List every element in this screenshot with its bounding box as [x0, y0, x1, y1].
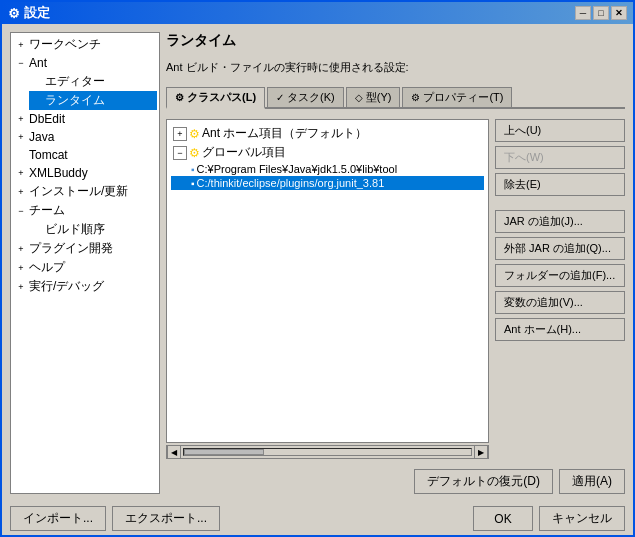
remove-button[interactable]: 除去(E)	[495, 173, 625, 196]
scroll-right-button[interactable]: ▶	[474, 445, 488, 459]
title-bar-left: ⚙ 設定	[8, 4, 50, 22]
expander-xmlbuddy: +	[13, 165, 29, 181]
tab-classpath[interactable]: ⚙ クラスパス(L)	[166, 87, 265, 109]
tree-label-junit: C:/thinkit/eclipse/plugins/org.junit_3.8…	[197, 177, 385, 189]
sidebar-label-install: インストール/更新	[29, 183, 128, 200]
down-button[interactable]: 下へ(W)	[495, 146, 625, 169]
sidebar-label-java: Java	[29, 130, 54, 144]
expander-ant: −	[13, 55, 29, 71]
property-tab-icon: ⚙	[411, 92, 420, 103]
footer-right: OK キャンセル	[473, 506, 625, 531]
panel-title: ランタイム	[166, 32, 625, 50]
sidebar-label-xmlbuddy: XMLBuddy	[29, 166, 88, 180]
apply-button[interactable]: 適用(A)	[559, 469, 625, 494]
footer-left: インポート... エクスポート...	[10, 506, 220, 531]
sidebar-item-build-order[interactable]: ビルド順序	[29, 220, 157, 239]
expander-java: +	[13, 129, 29, 145]
expander-ant-home-icon[interactable]: +	[173, 127, 187, 141]
sidebar-label-runtime: ランタイム	[45, 92, 105, 109]
jar-icon-jdk: ▪	[191, 164, 195, 175]
import-button[interactable]: インポート...	[10, 506, 106, 531]
expander-editor	[29, 74, 45, 90]
type-tab-icon: ◇	[355, 92, 363, 103]
expander-build-order	[29, 222, 45, 238]
folder-icon-global: ⚙	[189, 146, 200, 160]
expander-install: +	[13, 184, 29, 200]
add-folder-button[interactable]: フォルダーの追加(F)...	[495, 264, 625, 287]
sidebar-item-workbench[interactable]: + ワークベンチ	[13, 35, 157, 54]
tab-task[interactable]: ✓ タスク(K)	[267, 87, 344, 107]
main-content: + ワークベンチ − Ant エディター ランタイム + DbEdit	[2, 24, 633, 502]
sidebar-item-help[interactable]: + ヘルプ	[13, 258, 157, 277]
sidebar-label-dbedit: DbEdit	[29, 112, 65, 126]
expander-tomcat	[13, 147, 29, 163]
sidebar-item-ant[interactable]: − Ant	[13, 54, 157, 72]
expander-plugin: +	[13, 241, 29, 257]
sidebar-item-plugin[interactable]: + プラグイン開発	[13, 239, 157, 258]
classpath-tree[interactable]: + ⚙ Ant ホーム項目（デフォルト） − ⚙ グローバル項目 ▪	[166, 119, 489, 443]
sidebar-item-install[interactable]: + インストール/更新	[13, 182, 157, 201]
tab-task-label: タスク(K)	[287, 90, 335, 105]
sidebar-label-workbench: ワークベンチ	[29, 36, 101, 53]
sidebar-item-xmlbuddy[interactable]: + XMLBuddy	[13, 164, 157, 182]
add-ext-jar-button[interactable]: 外部 JAR の追加(Q)...	[495, 237, 625, 260]
expander-help: +	[13, 260, 29, 276]
tree-label-global: グローバル項目	[202, 144, 286, 161]
content-area: + ⚙ Ant ホーム項目（デフォルト） − ⚙ グローバル項目 ▪	[166, 119, 625, 459]
sidebar-item-java[interactable]: + Java	[13, 128, 157, 146]
tab-property-label: プロパティー(T)	[423, 90, 503, 105]
expander-workbench: +	[13, 37, 29, 53]
sidebar-label-editor: エディター	[45, 73, 105, 90]
sidebar-label-help: ヘルプ	[29, 259, 65, 276]
cancel-button[interactable]: キャンセル	[539, 506, 625, 531]
minimize-button[interactable]: ─	[575, 6, 591, 20]
panel-description: Ant ビルド・ファイルの実行時に使用される設定:	[166, 60, 625, 75]
add-var-button[interactable]: 変数の追加(V)...	[495, 291, 625, 314]
restore-defaults-button[interactable]: デフォルトの復元(D)	[414, 469, 553, 494]
tab-bar: ⚙ クラスパス(L) ✓ タスク(K) ◇ 型(Y) ⚙ プロパティー(T)	[166, 87, 625, 109]
expander-global-icon[interactable]: −	[173, 146, 187, 160]
sidebar-label-tomcat: Tomcat	[29, 148, 68, 162]
tree-label-jdk: C:¥Program Files¥Java¥jdk1.5.0¥lib¥tool	[197, 163, 398, 175]
tab-property[interactable]: ⚙ プロパティー(T)	[402, 87, 512, 107]
tree-item-global[interactable]: − ⚙ グローバル項目	[171, 143, 484, 162]
sidebar-item-dbedit[interactable]: + DbEdit	[13, 110, 157, 128]
tree-item-ant-home[interactable]: + ⚙ Ant ホーム項目（デフォルト）	[171, 124, 484, 143]
sidebar-label-plugin: プラグイン開発	[29, 240, 113, 257]
add-jar-button[interactable]: JAR の追加(J)...	[495, 210, 625, 233]
sidebar-label-build-order: ビルド順序	[45, 221, 105, 238]
export-button[interactable]: エクスポート...	[112, 506, 220, 531]
right-panel: ランタイム Ant ビルド・ファイルの実行時に使用される設定: ⚙ クラスパス(…	[166, 32, 625, 494]
horizontal-scrollbar[interactable]: ◀ ▶	[166, 445, 489, 459]
sidebar-item-editor[interactable]: エディター	[29, 72, 157, 91]
tab-type[interactable]: ◇ 型(Y)	[346, 87, 401, 107]
task-tab-icon: ✓	[276, 92, 284, 103]
tab-type-label: 型(Y)	[366, 90, 392, 105]
sidebar-item-run-debug[interactable]: + 実行/デバッグ	[13, 277, 157, 296]
window-icon: ⚙	[8, 6, 20, 21]
sidebar: + ワークベンチ − Ant エディター ランタイム + DbEdit	[10, 32, 160, 494]
footer-row: インポート... エクスポート... OK キャンセル	[2, 502, 633, 535]
scrollbar-thumb[interactable]	[184, 449, 264, 455]
scroll-left-button[interactable]: ◀	[167, 445, 181, 459]
expander-runtime	[29, 93, 45, 109]
expander-dbedit: +	[13, 111, 29, 127]
scrollbar-track[interactable]	[183, 448, 472, 456]
tree-item-jdk-lib[interactable]: ▪ C:¥Program Files¥Java¥jdk1.5.0¥lib¥too…	[171, 162, 484, 176]
sidebar-item-tomcat[interactable]: Tomcat	[13, 146, 157, 164]
sidebar-item-runtime[interactable]: ランタイム	[29, 91, 157, 110]
tree-item-junit[interactable]: ▪ C:/thinkit/eclipse/plugins/org.junit_3…	[171, 176, 484, 190]
up-button[interactable]: 上へ(U)	[495, 119, 625, 142]
sidebar-item-team[interactable]: − チーム	[13, 201, 157, 220]
title-bar-buttons: ─ □ ✕	[575, 6, 627, 20]
close-button[interactable]: ✕	[611, 6, 627, 20]
button-spacer	[495, 200, 625, 206]
window-title: 設定	[24, 4, 50, 22]
jar-icon-junit: ▪	[191, 178, 195, 189]
sidebar-label-run-debug: 実行/デバッグ	[29, 278, 104, 295]
maximize-button[interactable]: □	[593, 6, 609, 20]
panel-bottom-bar: デフォルトの復元(D) 適用(A)	[166, 469, 625, 494]
classpath-tab-icon: ⚙	[175, 92, 184, 103]
ant-home-button[interactable]: Ant ホーム(H)...	[495, 318, 625, 341]
ok-button[interactable]: OK	[473, 506, 533, 531]
